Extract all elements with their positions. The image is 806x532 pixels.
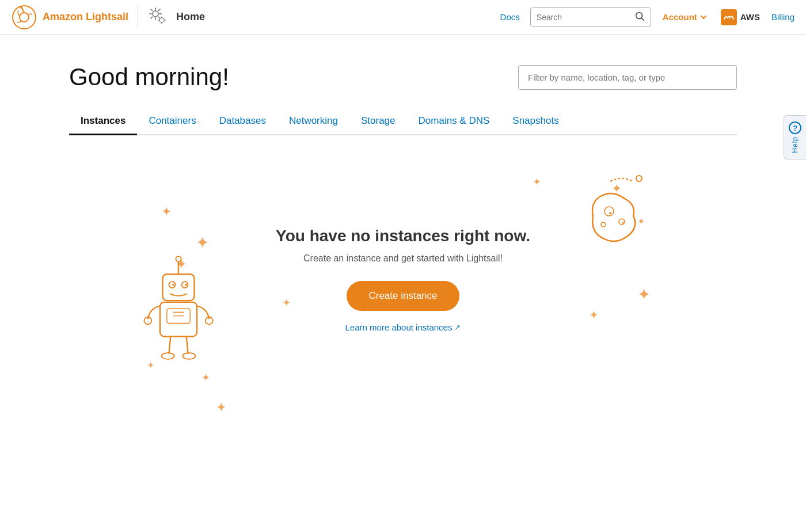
create-instance-button[interactable]: Create instance: [347, 281, 459, 311]
help-label: Help: [791, 136, 799, 153]
star-deco-10: ✦: [589, 308, 599, 322]
star-deco-7: ✦: [533, 176, 541, 188]
settings-icon[interactable]: [147, 6, 168, 29]
svg-point-25: [619, 219, 625, 225]
svg-point-28: [622, 222, 624, 224]
svg-point-1: [20, 13, 29, 22]
aws-icon-box: [721, 9, 737, 25]
svg-point-4: [153, 11, 158, 17]
account-label: Account: [663, 12, 697, 22]
svg-point-22: [183, 353, 195, 359]
star-deco-4: ✦: [282, 297, 291, 309]
svg-point-21: [162, 353, 174, 359]
tab-instances[interactable]: Instances: [69, 108, 137, 135]
tab-databases[interactable]: Databases: [208, 108, 277, 135]
logo-link[interactable]: Amazon Lightsail: [12, 5, 128, 30]
filter-input[interactable]: [518, 65, 737, 90]
empty-subtitle: Create an instance and get started with …: [303, 253, 503, 264]
star-deco-12: ✦: [216, 400, 226, 412]
greeting-text: Good morning!: [69, 63, 229, 91]
tab-networking[interactable]: Networking: [277, 108, 349, 135]
star-deco-2: ✦: [196, 233, 209, 252]
svg-point-14: [185, 284, 187, 286]
search-box: [530, 7, 651, 27]
empty-title: You have no instances right now.: [276, 227, 530, 245]
external-link-icon: ↗: [454, 323, 461, 332]
search-icon: [634, 11, 645, 24]
page-title: Home: [176, 11, 205, 23]
aws-link[interactable]: AWS: [721, 9, 760, 25]
tab-storage[interactable]: Storage: [349, 108, 407, 135]
header: Amazon Lightsail Home Docs Account: [0, 0, 806, 35]
top-bar: Good morning!: [69, 63, 737, 91]
svg-rect-10: [163, 274, 195, 301]
svg-line-7: [641, 18, 644, 20]
billing-link[interactable]: Billing: [771, 12, 794, 22]
account-menu[interactable]: Account: [663, 12, 707, 22]
svg-point-27: [609, 212, 611, 214]
lightsail-logo-icon: [12, 5, 37, 30]
star-deco-1: ✦: [161, 204, 172, 219]
robot-illustration: [121, 250, 236, 377]
empty-state: ✦ ✦ ✦ ✦ ✦ ✦ ✦ ✦ ✦ ✦ ✦ ✦: [69, 135, 737, 412]
planet-illustration: [564, 170, 656, 273]
svg-point-3: [20, 6, 22, 9]
star-deco-9: ✦: [637, 285, 651, 304]
tab-snapshots[interactable]: Snapshots: [501, 108, 570, 135]
aws-icon: [724, 13, 734, 21]
aws-label: AWS: [740, 12, 760, 22]
svg-line-2: [22, 8, 24, 13]
learn-more-link[interactable]: Learn more about instances ↗: [345, 322, 461, 332]
search-input[interactable]: [537, 13, 632, 22]
logo-text: Amazon Lightsail: [43, 11, 128, 23]
learn-more-label: Learn more about instances: [345, 322, 453, 332]
svg-point-5: [159, 18, 164, 22]
svg-rect-15: [160, 302, 197, 337]
svg-point-13: [172, 284, 174, 286]
tab-containers[interactable]: Containers: [137, 108, 207, 135]
chevron-down-icon: [700, 14, 707, 21]
help-tab[interactable]: ? Help: [784, 115, 806, 159]
svg-point-24: [604, 207, 614, 216]
help-question-icon: ?: [789, 121, 801, 134]
svg-point-26: [601, 222, 606, 227]
header-divider: [138, 6, 138, 29]
tab-domains-dns[interactable]: Domains & DNS: [407, 108, 501, 135]
svg-point-9: [176, 256, 181, 261]
svg-point-0: [13, 6, 36, 29]
main-content: Good morning! Instances Containers Datab…: [35, 35, 771, 435]
docs-link[interactable]: Docs: [500, 12, 520, 22]
resource-tabs: Instances Containers Databases Networkin…: [69, 108, 737, 135]
svg-point-23: [636, 176, 642, 181]
